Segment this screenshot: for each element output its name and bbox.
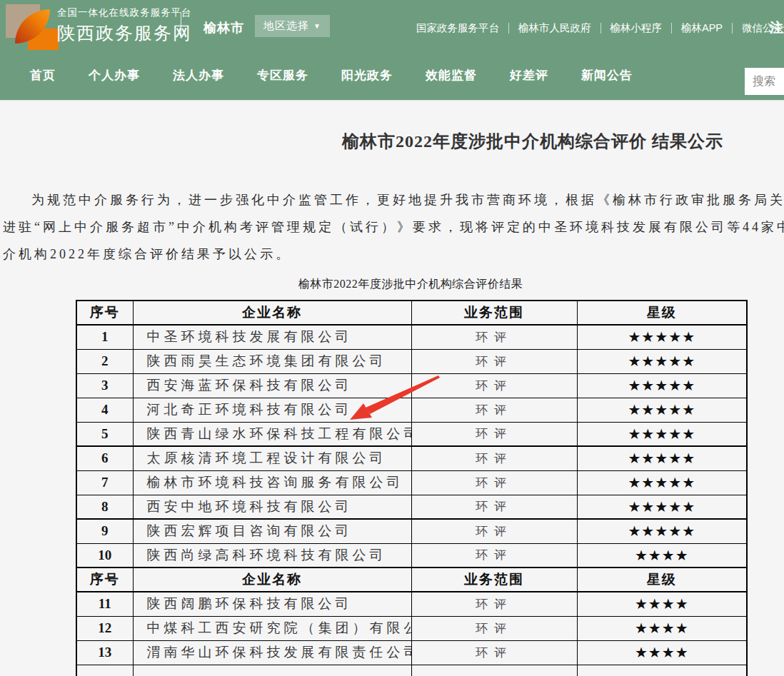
nav-item-transparency[interactable]: 阳光政务	[341, 67, 393, 84]
table-header-row: 序号企业名称业务范围星级	[76, 301, 747, 325]
cell-company-name: 中煤科工西安研究院（集团）有限公司	[133, 616, 411, 640]
cell-index: 4	[76, 398, 133, 422]
column-header: 星级	[577, 301, 747, 325]
nav-item-home[interactable]: 首页	[30, 67, 56, 84]
cell-index: 6	[76, 446, 133, 470]
nav-item-corporate[interactable]: 法人办事	[173, 67, 224, 84]
table-row: 2陕西雨昊生态环境集团有限公司环评★★★★★	[76, 349, 747, 373]
table-row: 6太原核清环境工程设计有限公司环评★★★★★	[76, 446, 747, 470]
cell-company-name: 西安海蓝环保科技有限公司	[133, 373, 411, 398]
nav-item-supervision[interactable]: 效能监督	[426, 67, 477, 84]
cell-index: 9	[76, 519, 133, 543]
cell-company-name: 西安中地环境科技有限公司	[133, 495, 411, 519]
announcement-paragraph: 为规范中介服务行为，进一步强化中介监管工作，更好地提升我市营商环境，根据《榆林市…	[0, 186, 784, 268]
cell-business-scope: 环评	[411, 543, 577, 567]
nav-item-personal[interactable]: 个人办事	[89, 67, 140, 84]
cell-star-rating: ★★★★★	[577, 470, 747, 495]
cell-star-rating: ★★★★★	[577, 446, 747, 470]
link-yulin-app[interactable]: 榆林APP	[672, 21, 732, 35]
current-city-label: 榆林市	[203, 19, 244, 36]
cell-star-rating: ★★★★★	[577, 422, 747, 446]
header-links: 国家政务服务平台 榆林市人民政府 榆林小程序 榆林APP 微信公众号	[407, 21, 784, 35]
results-table: 序号企业名称业务范围星级1中圣环境科技发展有限公司环评★★★★★2陕西雨昊生态环…	[76, 300, 748, 676]
cell-star-rating: ★★★★★	[577, 519, 747, 543]
cell-business-scope: 环评	[411, 373, 577, 398]
cell-index: 10	[76, 543, 133, 567]
cell-company-name: 渭南华山环保科技发展有限责任公司	[133, 640, 411, 665]
cell-star-rating: ★★★★★	[577, 398, 747, 422]
nav-item-zones[interactable]: 专区服务	[257, 67, 308, 84]
table-row-partial	[76, 665, 747, 676]
cell-star-rating: ★★★★★	[577, 495, 747, 519]
cell-business-scope: 环评	[411, 519, 577, 543]
table-row: 7榆林市环境科技咨询服务有限公司环评★★★★★	[76, 470, 747, 495]
cell-business-scope: 环评	[411, 398, 577, 422]
cell-star-rating: ★★★★★	[577, 349, 747, 373]
cell-star-rating: ★★★★	[577, 616, 747, 640]
search-input[interactable]	[745, 68, 784, 95]
link-mini-program[interactable]: 榆林小程序	[601, 21, 672, 35]
cell-star-rating: ★★★★★	[577, 373, 747, 398]
empty-cell	[411, 665, 577, 676]
cell-star-rating: ★★★★	[577, 543, 747, 567]
column-header: 星级	[577, 567, 747, 592]
table-row: 1中圣环境科技发展有限公司环评★★★★★	[76, 325, 747, 349]
cell-star-rating: ★★★★	[577, 640, 747, 665]
cell-business-scope: 环评	[411, 495, 577, 519]
cell-index: 2	[76, 349, 133, 373]
site-logo[interactable]	[6, 3, 53, 48]
table-row: 3西安海蓝环保科技有限公司环评★★★★★	[76, 373, 747, 398]
cell-company-name: 陕西宏辉项目咨询有限公司	[133, 519, 411, 543]
table-row: 12中煤科工西安研究院（集团）有限公司环评★★★★	[76, 616, 747, 640]
region-selector-button[interactable]: 地区选择▼	[255, 15, 330, 37]
cell-company-name: 陕西青山绿水环保科技工程有限公司	[133, 422, 411, 446]
cell-index: 1	[76, 325, 133, 349]
column-header: 业务范围	[411, 301, 577, 325]
table-row: 13渭南华山环保科技发展有限责任公司环评★★★★	[76, 640, 747, 665]
table-row: 4河北奇正环境科技有限公司环评★★★★★	[76, 398, 747, 422]
column-header: 序号	[76, 567, 133, 592]
nav-items: 首页 个人办事 法人办事 专区服务 阳光政务 效能监督 好差评 新闻公告	[30, 50, 633, 100]
cell-business-scope: 环评	[411, 616, 577, 640]
column-header: 企业名称	[133, 567, 411, 592]
chevron-down-icon: ▼	[313, 22, 321, 30]
main-nav: 首页 个人办事 法人办事 专区服务 阳光政务 效能监督 好差评 新闻公告	[0, 50, 784, 101]
link-city-government[interactable]: 榆林市人民政府	[509, 21, 600, 35]
cell-business-scope: 环评	[411, 325, 577, 349]
site-brand: 全国一体化在线政务服务平台 陕西政务服务网	[57, 6, 192, 45]
link-national-platform[interactable]: 国家政务服务平台	[407, 21, 508, 35]
table-row: 11陕西阔鹏环保科技有限公司环评★★★★	[76, 592, 747, 616]
table-row: 8西安中地环境科技有限公司环评★★★★★	[76, 495, 747, 519]
cell-index: 8	[76, 495, 133, 519]
cell-index: 7	[76, 470, 133, 495]
table-caption: 榆林市2022年度涉批中介机构综合评价结果	[0, 277, 784, 292]
region-selector-label: 地区选择	[263, 19, 309, 31]
header-divider	[181, 12, 181, 38]
register-link[interactable]: 注册	[770, 19, 784, 37]
nav-item-news[interactable]: 新闻公告	[581, 67, 633, 84]
empty-cell	[133, 665, 411, 676]
cell-business-scope: 环评	[411, 446, 577, 470]
cell-business-scope: 环评	[411, 592, 577, 616]
nav-item-rating[interactable]: 好差评	[510, 67, 548, 84]
platform-label: 全国一体化在线政务服务平台	[57, 6, 192, 19]
table-row: 5陕西青山绿水环保科技工程有限公司环评★★★★★	[76, 422, 747, 446]
cell-index: 13	[76, 640, 133, 665]
cell-index: 5	[76, 422, 133, 446]
results-table-body: 序号企业名称业务范围星级1中圣环境科技发展有限公司环评★★★★★2陕西雨昊生态环…	[76, 301, 747, 676]
cell-company-name: 陕西雨昊生态环境集团有限公司	[133, 349, 411, 373]
site-name: 陕西政务服务网	[57, 21, 192, 45]
cell-business-scope: 环评	[411, 422, 577, 446]
cell-star-rating: ★★★★★	[577, 325, 747, 349]
table-row: 10陕西尚绿高科环境科技有限公司环评★★★★	[76, 543, 747, 567]
cell-index: 3	[76, 373, 133, 398]
paragraph-line: 为规范中介服务行为，进一步强化中介监管工作，更好地提升我市营商环境，根据《榆林市…	[3, 186, 784, 213]
column-header: 业务范围	[411, 567, 577, 592]
cell-index: 12	[76, 616, 133, 640]
cell-company-name: 陕西阔鹏环保科技有限公司	[133, 592, 411, 616]
announcement-article: 榆林市2022年度涉批中介机构综合评价 结果公示 为规范中介服务行为，进一步强化…	[0, 101, 784, 676]
cell-star-rating: ★★★★	[577, 592, 747, 616]
empty-cell	[76, 665, 133, 676]
cell-company-name: 榆林市环境科技咨询服务有限公司	[133, 470, 411, 495]
cell-company-name: 太原核清环境工程设计有限公司	[133, 446, 411, 470]
